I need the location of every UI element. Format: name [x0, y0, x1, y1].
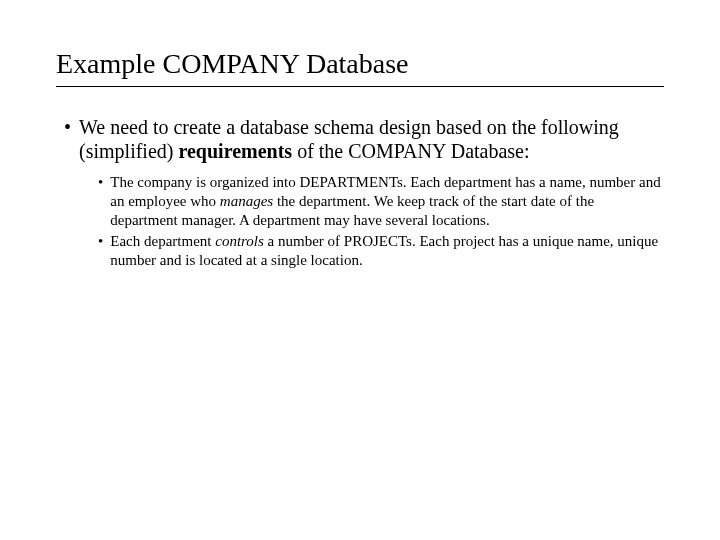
bullet-dot: •	[98, 232, 103, 270]
sub-bullet: • Each department controls a number of P…	[98, 232, 664, 270]
title-underline	[56, 86, 664, 87]
sub-bullet-text-em: controls	[215, 233, 264, 249]
sub-bullet: • The company is organized into DEPARTME…	[98, 173, 664, 230]
sub-bullet-text: The company is organized into DEPARTMENT…	[110, 173, 664, 230]
bullet-dot: •	[98, 173, 103, 230]
sub-bullet-list: • The company is organized into DEPARTME…	[56, 173, 664, 270]
bullet-dot: •	[64, 115, 71, 163]
slide-title: Example COMPANY Database	[56, 48, 664, 80]
sub-bullet-text-em: manages	[220, 193, 273, 209]
main-bullet: • We need to create a database schema de…	[56, 115, 664, 163]
sub-bullet-text-part: Each department	[110, 233, 215, 249]
main-bullet-bold: requirements	[178, 140, 292, 162]
main-bullet-post: of the COMPANY Database:	[292, 140, 529, 162]
sub-bullet-text: Each department controls a number of PRO…	[110, 232, 664, 270]
main-bullet-text: We need to create a database schema desi…	[79, 115, 664, 163]
